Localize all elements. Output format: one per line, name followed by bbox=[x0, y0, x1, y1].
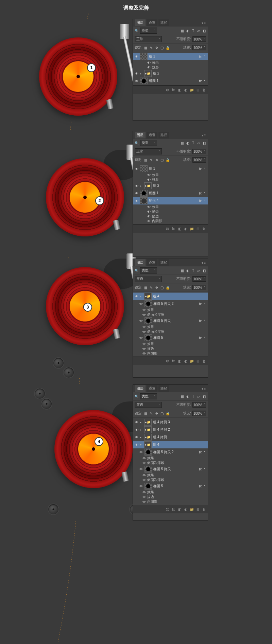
tab-paths[interactable]: 路径 bbox=[158, 132, 169, 138]
effect-item[interactable]: 👁斜面和浮雕 bbox=[133, 478, 208, 482]
mask-icon[interactable]: ◧ bbox=[177, 88, 182, 92]
layer-row[interactable]: 👁 椭圆 5 拷贝 2 fx˅ bbox=[133, 300, 208, 308]
panel-menu-icon[interactable]: ▾≡ bbox=[202, 261, 206, 265]
tab-channels[interactable]: 通道 bbox=[147, 259, 157, 266]
mask-icon[interactable]: ◧ bbox=[177, 359, 182, 363]
effect-item[interactable]: 👁效果 bbox=[133, 204, 208, 209]
tab-layers[interactable]: 图层 bbox=[135, 19, 146, 26]
visibility-icon[interactable]: 👁 bbox=[135, 199, 139, 203]
link-icon[interactable]: ⛓ bbox=[165, 227, 169, 231]
filter-pixel-icon[interactable]: ▦ bbox=[180, 141, 184, 145]
opacity-value[interactable]: 100% bbox=[192, 276, 206, 282]
visibility-icon[interactable]: 👁 bbox=[139, 467, 143, 471]
new-icon[interactable]: ⊞ bbox=[196, 507, 200, 511]
filter-smart-icon[interactable]: ◧ bbox=[202, 141, 206, 145]
filter-shape-icon[interactable]: ▱ bbox=[197, 29, 201, 33]
filter-shape-icon[interactable]: ▱ bbox=[197, 268, 201, 273]
fold-icon[interactable]: ▸ bbox=[140, 184, 143, 187]
visibility-icon[interactable]: 👁 bbox=[139, 450, 143, 454]
link-icon[interactable]: ⛓ bbox=[165, 507, 169, 511]
adjust-icon[interactable]: ◐ bbox=[184, 507, 188, 511]
filter-shape-icon[interactable]: ▱ bbox=[197, 394, 201, 398]
chevron-icon[interactable]: ˅ bbox=[204, 302, 205, 306]
visibility-icon[interactable]: 👁 bbox=[135, 295, 139, 298]
filter-kind-select[interactable]: 类型 bbox=[140, 28, 157, 34]
group-icon[interactable]: 📁 bbox=[190, 88, 194, 92]
effect-item[interactable]: 👁效果 bbox=[133, 342, 208, 346]
fill-value[interactable]: 100% bbox=[192, 411, 206, 416]
effect-item[interactable]: 👁描边 bbox=[133, 209, 208, 214]
filter-type-icon[interactable]: T bbox=[191, 268, 195, 273]
visibility-icon[interactable]: 👁 bbox=[135, 192, 139, 195]
effect-item[interactable]: 👁内阴影 bbox=[133, 351, 208, 356]
lock-all-icon[interactable]: 🔒 bbox=[166, 46, 170, 50]
layer-row[interactable]: 👁 ▸ 组 4 拷贝 bbox=[133, 433, 208, 441]
lock-move-icon[interactable]: ✥ bbox=[155, 285, 159, 290]
chevron-icon[interactable]: ˅ bbox=[204, 199, 205, 203]
lock-artboard-icon[interactable]: ▢ bbox=[160, 158, 164, 162]
lock-artboard-icon[interactable]: ▢ bbox=[160, 285, 164, 290]
filter-type-icon[interactable]: T bbox=[191, 29, 195, 33]
visibility-icon[interactable]: 👁 bbox=[139, 302, 143, 306]
layer-row[interactable]: 👁 椭圆 5 fx˅ bbox=[133, 334, 208, 342]
layer-row[interactable]: 👁 椭圆 5 拷贝 fx˅ bbox=[133, 317, 208, 325]
chevron-icon[interactable]: ˅ bbox=[204, 484, 205, 488]
effect-item[interactable]: 👁效果 bbox=[133, 456, 208, 461]
blend-mode-select[interactable]: 正常 bbox=[135, 36, 162, 42]
new-icon[interactable]: ⊞ bbox=[196, 359, 200, 363]
layer-row[interactable]: 👁 组 1 fx˅ bbox=[133, 165, 208, 172]
chevron-icon[interactable]: ˅ bbox=[204, 79, 205, 83]
tab-layers[interactable]: 图层 bbox=[135, 385, 146, 392]
adjust-icon[interactable]: ◐ bbox=[184, 88, 188, 92]
chevron-icon[interactable]: ˅ bbox=[204, 336, 205, 340]
visibility-icon[interactable]: 👁 bbox=[135, 167, 139, 171]
layer-row[interactable]: 👁 椭圆 5 拷贝 fx˅ bbox=[133, 465, 208, 473]
chevron-icon[interactable]: ˅ bbox=[204, 319, 205, 323]
tab-paths[interactable]: 路径 bbox=[158, 259, 169, 266]
lock-artboard-icon[interactable]: ▢ bbox=[160, 411, 164, 415]
adjust-icon[interactable]: ◐ bbox=[184, 359, 188, 363]
lock-brush-icon[interactable]: ✎ bbox=[149, 285, 153, 290]
layer-row[interactable]: 👁 ▾ 组 4 bbox=[133, 441, 208, 448]
tab-channels[interactable]: 通道 bbox=[147, 19, 157, 26]
adjust-icon[interactable]: ◐ bbox=[184, 227, 188, 231]
link-icon[interactable]: ⛓ bbox=[165, 88, 169, 92]
filter-kind-select[interactable]: 类型 bbox=[140, 393, 157, 399]
fold-icon[interactable]: ▾ bbox=[140, 295, 143, 298]
tab-paths[interactable]: 路径 bbox=[158, 19, 169, 26]
blend-mode-select[interactable]: 正常 bbox=[135, 148, 162, 154]
filter-type-icon[interactable]: T bbox=[191, 141, 195, 145]
fold-icon[interactable]: ▸ bbox=[140, 436, 143, 439]
effect-item[interactable]: 👁描边 bbox=[133, 214, 208, 219]
layer-row[interactable]: 👁 组 1 fx˅ bbox=[133, 53, 208, 60]
lock-move-icon[interactable]: ✥ bbox=[155, 411, 159, 415]
fill-value[interactable]: 100% bbox=[192, 285, 206, 290]
lock-pixel-icon[interactable]: ▦ bbox=[144, 46, 148, 50]
lock-brush-icon[interactable]: ✎ bbox=[149, 158, 153, 162]
effect-item[interactable]: 👁效果 bbox=[133, 308, 208, 312]
filter-smart-icon[interactable]: ◧ bbox=[202, 394, 206, 398]
effect-item[interactable]: 👁效果 bbox=[133, 325, 208, 329]
layer-row[interactable]: 👁 ▸ 组 4 拷贝 3 bbox=[133, 418, 208, 426]
tab-paths[interactable]: 路径 bbox=[158, 385, 169, 392]
effect-item[interactable]: 👁斜面和浮雕 bbox=[133, 329, 208, 334]
link-icon[interactable]: ⛓ bbox=[165, 359, 169, 363]
lock-all-icon[interactable]: 🔒 bbox=[166, 285, 170, 290]
lock-brush-icon[interactable]: ✎ bbox=[149, 411, 153, 415]
filter-adjust-icon[interactable]: ◐ bbox=[186, 268, 190, 273]
layer-row[interactable]: 👁 椭圆 1 fx˅ bbox=[133, 77, 208, 85]
lock-all-icon[interactable]: 🔒 bbox=[166, 158, 170, 162]
lock-pixel-icon[interactable]: ▦ bbox=[144, 411, 148, 415]
visibility-icon[interactable]: 👁 bbox=[135, 435, 139, 439]
trash-icon[interactable]: 🗑 bbox=[202, 507, 206, 511]
lock-move-icon[interactable]: ✥ bbox=[155, 46, 159, 50]
effect-item[interactable]: 👁描边 bbox=[133, 346, 208, 351]
effect-item[interactable]: 👁斜面和浮雕 bbox=[133, 312, 208, 317]
effect-item[interactable]: 👁效果 bbox=[133, 473, 208, 478]
fill-value[interactable]: 100% bbox=[192, 157, 206, 163]
effect-item[interactable]: 👁效果 bbox=[133, 60, 208, 65]
visibility-icon[interactable]: 👁 bbox=[135, 55, 139, 59]
layer-row[interactable]: 👁 ▸ 组 2 bbox=[133, 182, 208, 189]
fx-icon[interactable]: fx bbox=[171, 227, 175, 231]
filter-pixel-icon[interactable]: ▦ bbox=[180, 29, 184, 33]
